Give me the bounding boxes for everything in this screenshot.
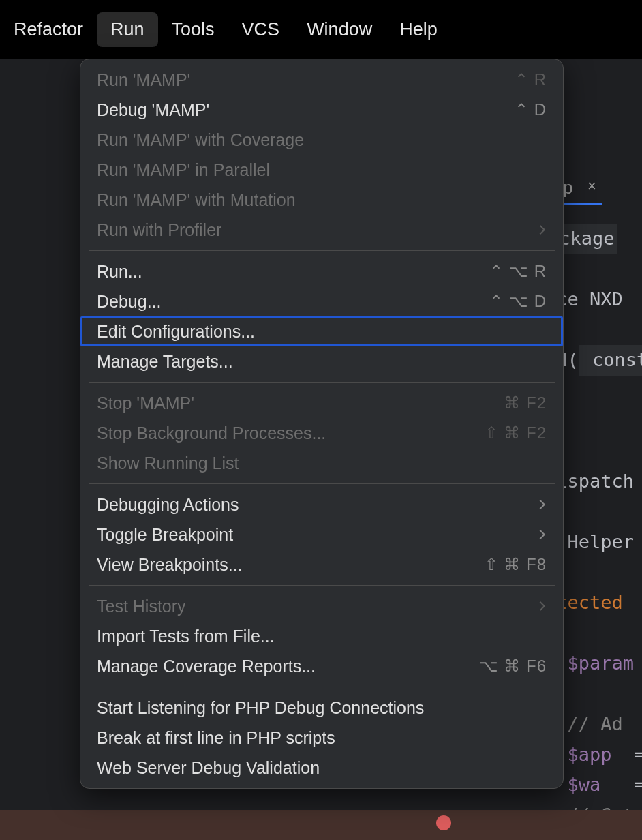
menu-item-manage-coverage-reports[interactable]: Manage Coverage Reports...⌥ ⌘ F6 [80, 651, 563, 681]
menu-separator [89, 250, 555, 251]
menu-item-web-server-debug-validation[interactable]: Web Server Debug Validation [80, 753, 563, 783]
chevron-right-icon [536, 530, 545, 539]
menu-separator [89, 483, 555, 484]
menu-item-run-mamp-with-mutation: Run 'MAMP' with Mutation [80, 185, 563, 215]
chevron-right-icon [536, 601, 545, 611]
editor-tab[interactable]: p × [560, 161, 642, 205]
menu-shortcut: ⇧ ⌘ F8 [485, 555, 547, 574]
menu-item-run-mamp-with-coverage: Run 'MAMP' with Coverage [80, 125, 563, 155]
menu-item-break-at-first-line-in-php-scripts[interactable]: Break at first line in PHP scripts [80, 723, 563, 753]
close-icon[interactable]: × [587, 177, 596, 195]
menu-separator [89, 585, 555, 586]
menubar-item-refactor[interactable]: Refactor [0, 12, 97, 47]
menu-item-run-mamp-in-parallel: Run 'MAMP' in Parallel [80, 155, 563, 185]
menu-item-label: Run with Profiler [97, 220, 221, 240]
menu-item-label: Run 'MAMP' in Parallel [97, 160, 270, 180]
menu-item-label: Manage Targets... [97, 352, 233, 372]
menu-item-test-history: Test History [80, 591, 563, 621]
menu-item-start-listening-for-php-debug-connections[interactable]: Start Listening for PHP Debug Connection… [80, 693, 563, 723]
menu-item-label: Import Tests from File... [97, 627, 275, 646]
chevron-right-icon [536, 500, 545, 509]
menu-shortcut: ⌃ ⌥ D [489, 292, 547, 311]
menu-item-label: Break at first line in PHP scripts [97, 728, 335, 748]
menu-item-show-running-list: Show Running List [80, 448, 563, 478]
menubar: RefactorRunToolsVCSWindowHelp [0, 0, 642, 59]
run-menu-dropdown: Run 'MAMP'⌃ RDebug 'MAMP'⌃ DRun 'MAMP' w… [80, 59, 564, 789]
menu-item-manage-targets[interactable]: Manage Targets... [80, 346, 563, 376]
menu-item-label: Stop Background Processes... [97, 423, 326, 443]
menu-item-debug-mamp[interactable]: Debug 'MAMP'⌃ D [80, 95, 563, 125]
tab-active-indicator [560, 202, 602, 205]
menu-item-run[interactable]: Run...⌃ ⌥ R [80, 256, 563, 286]
menu-separator [89, 382, 555, 382]
menu-shortcut: ⌃ R [515, 70, 547, 89]
menu-item-label: Web Server Debug Validation [97, 758, 320, 778]
menu-item-import-tests-from-file[interactable]: Import Tests from File... [80, 621, 563, 651]
menu-item-label: Run... [97, 262, 142, 282]
menu-shortcut: ⌥ ⌘ F6 [479, 657, 547, 676]
menu-item-toggle-breakpoint[interactable]: Toggle Breakpoint [80, 520, 563, 550]
menubar-item-tools[interactable]: Tools [158, 12, 228, 47]
menu-item-label: Run 'MAMP' [97, 70, 190, 90]
menubar-item-help[interactable]: Help [386, 12, 451, 47]
menu-item-run-with-profiler: Run with Profiler [80, 215, 563, 245]
menu-item-label: View Breakpoints... [97, 555, 243, 575]
menu-shortcut: ⌃ D [515, 100, 547, 119]
menu-shortcut: ⌘ F2 [504, 393, 547, 412]
tab-label: p [563, 177, 572, 198]
menu-item-label: Test History [97, 597, 186, 616]
breakpoint-line-highlight [0, 810, 642, 840]
menu-item-run-mamp: Run 'MAMP'⌃ R [80, 65, 563, 95]
menu-item-label: Show Running List [97, 453, 239, 473]
menu-item-edit-configurations[interactable]: Edit Configurations... [80, 316, 563, 346]
menu-item-label: Toggle Breakpoint [97, 525, 233, 545]
menu-item-label: Debugging Actions [97, 495, 239, 515]
menu-shortcut: ⇧ ⌘ F2 [485, 423, 547, 442]
menu-item-debug[interactable]: Debug...⌃ ⌥ D [80, 286, 563, 316]
menu-item-stop-background-processes: Stop Background Processes...⇧ ⌘ F2 [80, 418, 563, 448]
menu-separator [89, 687, 555, 687]
breakpoint-icon[interactable] [436, 815, 451, 830]
menubar-item-window[interactable]: Window [293, 12, 386, 47]
menu-item-label: Start Listening for PHP Debug Connection… [97, 698, 424, 718]
menu-item-stop-mamp: Stop 'MAMP'⌘ F2 [80, 388, 563, 418]
chevron-right-icon [536, 225, 545, 235]
menu-item-label: Run 'MAMP' with Coverage [97, 130, 304, 150]
menu-item-label: Debug... [97, 292, 162, 312]
menu-item-label: Run 'MAMP' with Mutation [97, 190, 296, 210]
menu-item-view-breakpoints[interactable]: View Breakpoints...⇧ ⌘ F8 [80, 550, 563, 580]
menubar-item-vcs[interactable]: VCS [228, 12, 294, 47]
menu-item-debugging-actions[interactable]: Debugging Actions [80, 490, 563, 520]
menu-item-label: Debug 'MAMP' [97, 100, 209, 120]
menu-shortcut: ⌃ ⌥ R [489, 262, 547, 281]
menu-item-label: Stop 'MAMP' [97, 393, 194, 413]
menu-item-label: Edit Configurations... [97, 322, 255, 342]
menubar-item-run[interactable]: Run [97, 12, 158, 47]
menu-item-label: Manage Coverage Reports... [97, 657, 316, 676]
